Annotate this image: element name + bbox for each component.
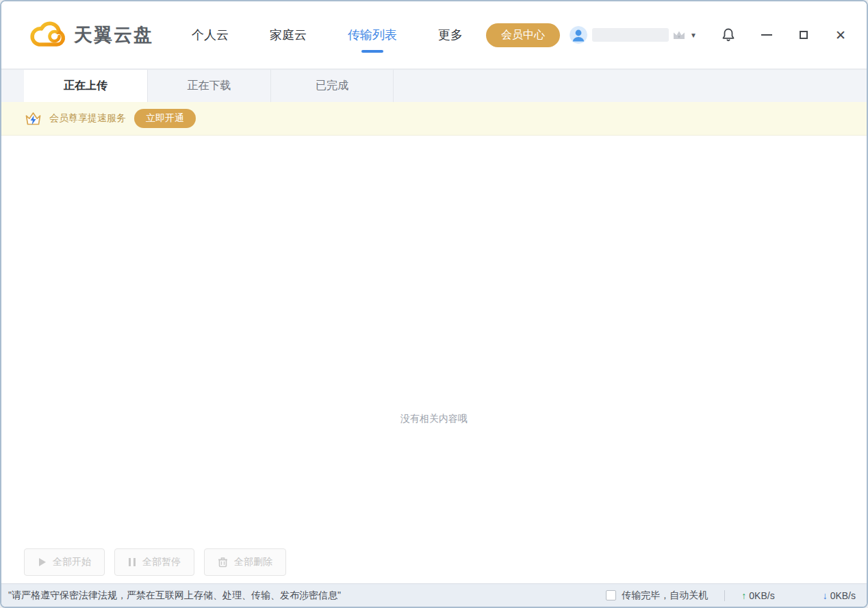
crown-lightning-icon bbox=[24, 110, 42, 127]
auto-shutdown-label: 传输完毕，自动关机 bbox=[622, 590, 708, 602]
transfer-tab-bar: 正在上传 正在下载 已完成 bbox=[1, 69, 867, 102]
nav-transfer-list-label: 传输列表 bbox=[348, 27, 397, 43]
delete-all-label: 全部删除 bbox=[234, 556, 272, 568]
auto-shutdown-checkbox[interactable] bbox=[606, 590, 616, 600]
nav-more-label: 更多 bbox=[438, 27, 463, 43]
download-speed: ↓ 0KB/s bbox=[823, 590, 856, 601]
upload-arrow-icon: ↑ bbox=[741, 590, 746, 601]
user-name-redacted bbox=[592, 28, 669, 42]
nav-more[interactable]: 更多 bbox=[438, 27, 463, 43]
minimize-button[interactable] bbox=[760, 28, 774, 42]
tab-downloading-label: 正在下载 bbox=[188, 79, 231, 93]
status-bar: "请严格遵守保密法律法规，严禁在互联网上存储、处理、传输、发布涉密信息" 传输完… bbox=[1, 583, 867, 607]
security-notice: "请严格遵守保密法律法规，严禁在互联网上存储、处理、传输、发布涉密信息" bbox=[8, 590, 341, 602]
caret-down-icon: ▼ bbox=[690, 31, 697, 39]
main-nav: 个人云 家庭云 传输列表 更多 bbox=[192, 27, 463, 43]
pause-icon bbox=[128, 557, 136, 567]
delete-all-button[interactable]: 全部删除 bbox=[204, 548, 286, 576]
tab-completed[interactable]: 已完成 bbox=[270, 70, 394, 102]
pause-all-button[interactable]: 全部暂停 bbox=[114, 548, 194, 576]
nav-family-cloud[interactable]: 家庭云 bbox=[270, 27, 307, 43]
status-divider bbox=[724, 590, 725, 601]
maximize-button[interactable] bbox=[797, 28, 810, 42]
app-window: 天翼云盘 个人云 家庭云 传输列表 更多 会员中心 bbox=[0, 0, 868, 608]
start-all-button[interactable]: 全部开始 bbox=[24, 548, 105, 576]
pause-all-label: 全部暂停 bbox=[142, 556, 181, 568]
member-center-button[interactable]: 会员中心 bbox=[486, 23, 560, 47]
vip-banner-text: 会员尊享提速服务 bbox=[49, 112, 126, 125]
empty-state-message: 没有相关内容哦 bbox=[1, 413, 867, 425]
header: 天翼云盘 个人云 家庭云 传输列表 更多 会员中心 bbox=[1, 1, 867, 69]
activate-now-button[interactable]: 立即开通 bbox=[134, 109, 196, 128]
vip-speedup-banner: 会员尊享提速服务 立即开通 bbox=[1, 102, 867, 136]
upload-speed: ↑ 0KB/s bbox=[741, 590, 774, 601]
header-right: 会员中心 ▼ bbox=[486, 23, 847, 47]
user-account-menu[interactable]: ▼ bbox=[570, 26, 697, 44]
download-arrow-icon: ↓ bbox=[823, 590, 828, 601]
cloud-logo-icon bbox=[27, 20, 68, 50]
user-avatar bbox=[570, 26, 587, 44]
close-icon: ✕ bbox=[835, 29, 846, 42]
nav-family-cloud-label: 家庭云 bbox=[270, 27, 307, 43]
transfer-list-content: 没有相关内容哦 全部开始 全部暂停 bbox=[1, 136, 867, 583]
start-all-label: 全部开始 bbox=[53, 556, 91, 568]
minimize-icon bbox=[761, 34, 772, 36]
download-speed-value: 0KB/s bbox=[830, 590, 856, 601]
play-icon bbox=[38, 557, 47, 567]
maximize-icon bbox=[800, 31, 808, 39]
app-title: 天翼云盘 bbox=[74, 23, 153, 47]
trash-icon bbox=[218, 557, 228, 568]
batch-actions: 全部开始 全部暂停 全部删除 bbox=[24, 548, 286, 576]
tab-downloading[interactable]: 正在下载 bbox=[147, 70, 270, 102]
tab-uploading-label: 正在上传 bbox=[64, 79, 107, 93]
member-level-crown-icon bbox=[672, 29, 686, 40]
close-button[interactable]: ✕ bbox=[834, 28, 847, 42]
status-bar-right: 传输完毕，自动关机 ↑ 0KB/s ↓ 0KB/s bbox=[606, 590, 856, 602]
nav-personal-cloud[interactable]: 个人云 bbox=[192, 27, 229, 43]
tab-uploading[interactable]: 正在上传 bbox=[24, 70, 147, 102]
notification-bell-icon[interactable] bbox=[720, 27, 737, 43]
nav-personal-cloud-label: 个人云 bbox=[192, 27, 229, 43]
nav-transfer-list[interactable]: 传输列表 bbox=[348, 27, 397, 43]
tab-completed-label: 已完成 bbox=[316, 79, 348, 93]
active-nav-underline bbox=[361, 50, 383, 53]
upload-speed-value: 0KB/s bbox=[749, 590, 774, 601]
app-logo: 天翼云盘 bbox=[27, 20, 153, 50]
